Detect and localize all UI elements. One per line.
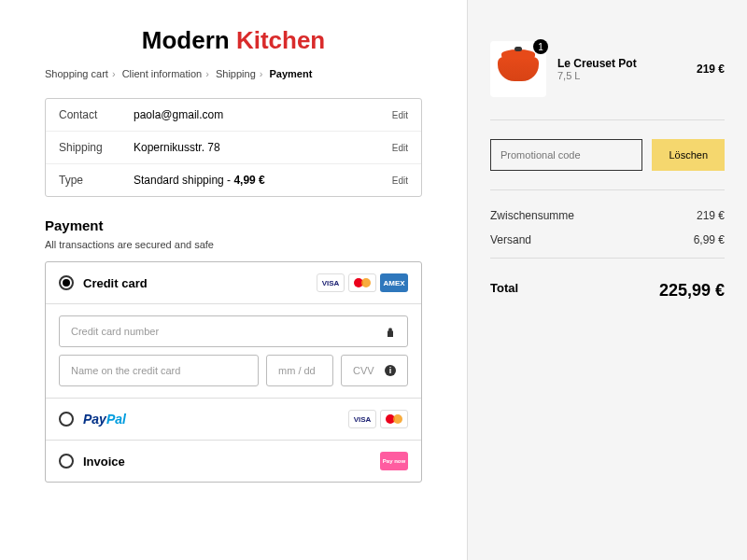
card-date-input[interactable]: mm / dd bbox=[266, 355, 333, 386]
crumb-client[interactable]: Client information bbox=[122, 68, 203, 79]
product-image: 1 bbox=[490, 41, 546, 97]
cart-item: 1 Le Creuset Pot 7,5 L 219 € bbox=[490, 41, 725, 97]
contact-label: Contact bbox=[59, 108, 134, 121]
edit-contact-link[interactable]: Edit bbox=[392, 110, 408, 120]
card-number-input[interactable]: Credit card number bbox=[59, 315, 408, 347]
paypal-label: PayPal bbox=[83, 412, 348, 427]
credit-card-label: Credit card bbox=[83, 276, 317, 290]
amex-icon: AMEX bbox=[380, 273, 408, 292]
product-variant: 7,5 L bbox=[557, 70, 685, 81]
summary-total: Total 225,99 € bbox=[490, 281, 725, 301]
brand-title: Modern Kitchen bbox=[45, 26, 422, 55]
credit-card-icons: VISA AMEX bbox=[317, 273, 408, 292]
card-name-input[interactable]: Name on the credit card bbox=[59, 355, 259, 386]
contact-value: paola@gmail.com bbox=[134, 108, 392, 121]
type-value: Standard shipping - 4,99 € bbox=[134, 174, 392, 187]
edit-shipping-link[interactable]: Edit bbox=[392, 143, 408, 153]
lock-icon bbox=[385, 326, 396, 337]
summary-shipping: Versand 6,99 € bbox=[490, 233, 725, 246]
info-icon[interactable]: i bbox=[385, 365, 396, 376]
info-summary: Contact paola@gmail.com Edit Shipping Ko… bbox=[45, 98, 422, 197]
payment-title: Payment bbox=[45, 217, 422, 233]
product-name: Le Creuset Pot bbox=[557, 57, 685, 70]
payment-subtitle: All transactions are secured and safe bbox=[45, 239, 422, 250]
paypal-card-icons: VISA bbox=[348, 410, 408, 428]
payment-options: Credit card VISA AMEX Credit card number… bbox=[45, 261, 422, 483]
paynow-icon: Pay now bbox=[380, 452, 408, 470]
info-row-type: Type Standard shipping - 4,99 € Edit bbox=[46, 164, 421, 196]
promo-code-input[interactable] bbox=[490, 139, 642, 171]
edit-type-link[interactable]: Edit bbox=[392, 175, 408, 186]
radio-paypal[interactable] bbox=[59, 412, 74, 427]
card-cvv-input[interactable]: CVV i bbox=[341, 355, 408, 386]
radio-credit-card[interactable] bbox=[59, 275, 74, 290]
promo-clear-button[interactable]: Löschen bbox=[652, 139, 725, 171]
shipping-value: Kopernikusstr. 78 bbox=[134, 141, 392, 154]
option-credit-card[interactable]: Credit card VISA AMEX bbox=[46, 262, 421, 304]
option-paypal[interactable]: PayPal VISA bbox=[46, 399, 421, 441]
radio-invoice[interactable] bbox=[59, 454, 74, 469]
brand-word-2: Kitchen bbox=[236, 26, 325, 54]
shipping-label: Shipping bbox=[59, 141, 134, 154]
order-summary: 1 Le Creuset Pot 7,5 L 219 € Löschen Zwi… bbox=[467, 0, 747, 560]
product-price: 219 € bbox=[697, 63, 725, 76]
invoice-label: Invoice bbox=[83, 455, 380, 469]
visa-icon: VISA bbox=[317, 273, 345, 292]
option-invoice[interactable]: Invoice Pay now bbox=[46, 441, 421, 482]
quantity-badge: 1 bbox=[533, 39, 548, 54]
credit-card-fields: Credit card number Name on the credit ca… bbox=[46, 304, 421, 399]
visa-icon: VISA bbox=[348, 410, 376, 428]
breadcrumb: Shopping cart› Client information› Shipp… bbox=[45, 68, 422, 79]
promo-row: Löschen bbox=[490, 139, 725, 171]
crumb-shipping[interactable]: Shipping bbox=[216, 68, 256, 79]
info-row-shipping: Shipping Kopernikusstr. 78 Edit bbox=[46, 132, 421, 164]
checkout-main: Modern Kitchen Shopping cart› Client inf… bbox=[0, 0, 467, 560]
crumb-cart[interactable]: Shopping cart bbox=[45, 68, 108, 79]
summary-subtotal: Zwischensumme 219 € bbox=[490, 209, 725, 222]
crumb-payment: Payment bbox=[270, 68, 313, 79]
type-label: Type bbox=[59, 174, 134, 187]
brand-word-1: Modern bbox=[142, 26, 230, 54]
mastercard-icon bbox=[348, 273, 376, 292]
info-row-contact: Contact paola@gmail.com Edit bbox=[46, 99, 421, 132]
mastercard-icon bbox=[380, 410, 408, 428]
